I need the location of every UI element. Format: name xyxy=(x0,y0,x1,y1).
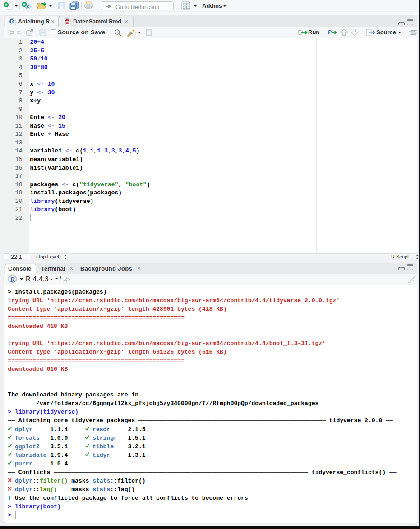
svg-text:R: R xyxy=(26,4,29,9)
svg-text:R: R xyxy=(10,276,15,283)
svg-text:R: R xyxy=(11,19,14,24)
svg-text:Rmd: Rmd xyxy=(65,21,70,23)
